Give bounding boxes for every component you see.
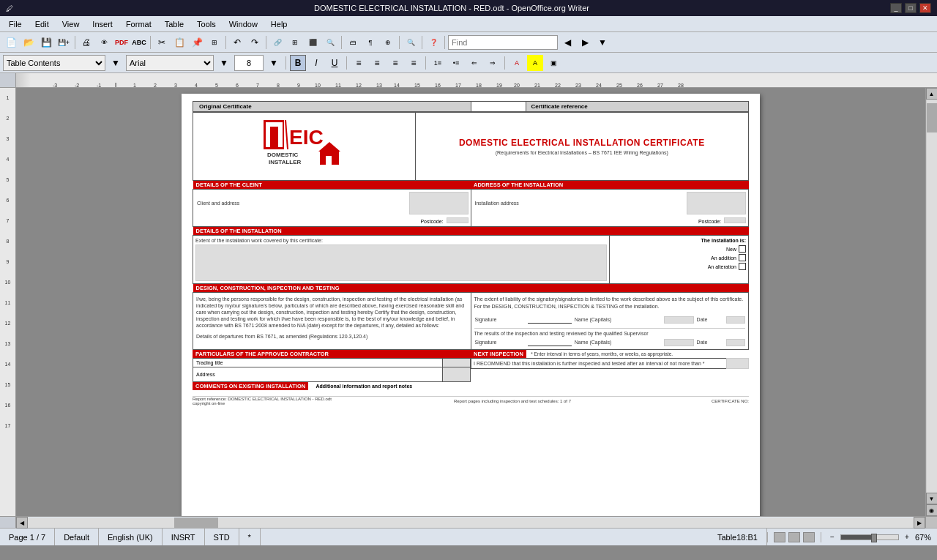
menu-file[interactable]: File [3, 18, 28, 30]
menu-help[interactable]: Help [265, 18, 294, 30]
find-nav-prev[interactable]: ◀ [559, 34, 575, 51]
interval-field[interactable] [727, 358, 749, 368]
nav-btn[interactable]: ⊕ [380, 34, 396, 51]
help-agent-btn[interactable]: ❓ [425, 34, 441, 51]
close-btn[interactable]: ✕ [919, 3, 931, 13]
scroll-track-h[interactable] [28, 518, 914, 528]
datasources-btn[interactable]: 🗃 [345, 34, 361, 51]
menu-format[interactable]: Format [120, 18, 157, 30]
trading-title-field[interactable] [443, 358, 471, 367]
find-nav-next[interactable]: ▶ [577, 34, 593, 51]
scroll-down-btn[interactable]: ▼ [926, 493, 938, 504]
pdf-btn[interactable]: PDF [113, 34, 130, 51]
open-btn[interactable]: 📂 [20, 34, 37, 51]
indent-more-btn[interactable]: ⇒ [485, 55, 501, 71]
view-print-btn[interactable] [803, 532, 815, 542]
char-bg-btn[interactable]: ▣ [545, 55, 561, 71]
find-input[interactable] [448, 35, 558, 50]
font-dropdown[interactable]: ▼ [216, 55, 232, 71]
view-web-btn[interactable] [788, 532, 800, 542]
svg-text:EIC: EIC [289, 126, 324, 149]
name-field2[interactable] [664, 339, 693, 346]
signature-field2[interactable] [528, 339, 572, 346]
bullets-btn[interactable]: •≡ [448, 55, 464, 71]
redo-btn[interactable]: ↷ [247, 34, 263, 51]
italic-btn[interactable]: I [308, 55, 324, 71]
hyperlink-btn[interactable]: 🔗 [269, 34, 285, 51]
clone-btn[interactable]: ⊞ [206, 34, 223, 51]
zoom-handle[interactable] [871, 534, 877, 542]
page-nav-btn[interactable]: ◉ [926, 504, 938, 516]
menu-edit[interactable]: Edit [29, 18, 55, 30]
print-btn[interactable]: 🖨 [78, 34, 94, 51]
signature-field1[interactable] [528, 316, 572, 323]
sep5 [341, 36, 342, 49]
postcode-field[interactable] [447, 217, 468, 223]
new-checkbox[interactable] [739, 245, 746, 253]
align-right-btn[interactable]: ≡ [387, 55, 403, 71]
table-btn[interactable]: ⊞ [287, 34, 303, 51]
scroll-left-btn[interactable]: ◀ [16, 517, 28, 529]
indent-less-btn[interactable]: ⇐ [466, 55, 482, 71]
show-draw-btn[interactable]: ⬛ [305, 34, 321, 51]
menu-tools[interactable]: Tools [191, 18, 222, 30]
spellcheck-btn[interactable]: ABC [131, 34, 147, 51]
align-left-btn[interactable]: ≡ [351, 55, 367, 71]
nonprint-btn[interactable]: ¶ [362, 34, 378, 51]
std-mode[interactable]: STD [205, 529, 239, 545]
extent-field[interactable] [195, 244, 607, 281]
fontsize-dropdown[interactable]: ▼ [266, 55, 282, 71]
undo-btn[interactable]: ↶ [229, 34, 245, 51]
style-selector[interactable]: Table Contents [3, 55, 105, 71]
vertical-scrollbar[interactable]: ▲ ▼ ◉ [925, 88, 937, 516]
find-options-btn[interactable]: ▼ [594, 34, 611, 51]
title-bar: 🖊 DOMESTIC ELECTRICAL INSTALLATION - RED… [0, 0, 937, 16]
date-field1[interactable] [727, 316, 745, 323]
alteration-checkbox[interactable] [739, 263, 746, 270]
name-field1[interactable] [664, 316, 693, 323]
menu-window[interactable]: Window [223, 18, 264, 30]
cut-btn[interactable]: ✂ [154, 34, 170, 51]
font-selector[interactable]: Arial [126, 55, 214, 71]
client-address-field[interactable] [409, 193, 468, 214]
scroll-up-btn[interactable]: ▲ [926, 88, 938, 100]
client-address-label: Client and address [195, 193, 409, 214]
scroll-right-btn[interactable]: ▶ [914, 517, 925, 529]
style-dropdown[interactable]: ▼ [108, 55, 124, 71]
font-color-btn[interactable]: A [509, 55, 525, 71]
menu-insert[interactable]: Insert [86, 18, 119, 30]
underline-btn[interactable]: U [326, 55, 343, 71]
scroll-thumb-v[interactable] [927, 103, 937, 132]
print-preview-btn[interactable]: 👁 [96, 34, 112, 51]
find-replace-btn[interactable]: 🔍 [322, 34, 338, 51]
minimize-btn[interactable]: _ [890, 3, 902, 13]
zoom-out-btn[interactable]: − [827, 532, 837, 542]
date-field2[interactable] [727, 339, 745, 346]
scroll-track-v[interactable] [927, 100, 937, 493]
menu-table[interactable]: Table [159, 18, 190, 30]
scroll-thumb-h[interactable] [174, 518, 218, 528]
zoom-in-btn[interactable]: 🔍 [403, 34, 419, 51]
save-btn[interactable]: 💾 [38, 34, 54, 51]
new-btn[interactable]: 📄 [3, 34, 19, 51]
view-normal-btn[interactable] [774, 532, 785, 542]
maximize-btn[interactable]: □ [905, 3, 917, 13]
document-area[interactable]: Original Certificate Certificate referen… [16, 88, 925, 516]
insert-mode[interactable]: INSRT [163, 529, 205, 545]
paste-btn[interactable]: 📌 [189, 34, 205, 51]
addition-checkbox[interactable] [739, 254, 746, 261]
highlight-btn[interactable]: A [527, 55, 543, 71]
align-center-btn[interactable]: ≡ [369, 55, 385, 71]
menu-view[interactable]: View [56, 18, 86, 30]
font-size-input[interactable] [234, 55, 264, 71]
zoom-in-status-btn[interactable]: + [902, 532, 912, 542]
address-contractor-field[interactable] [443, 367, 471, 381]
copy-btn[interactable]: 📋 [171, 34, 187, 51]
numbering-btn[interactable]: 1≡ [430, 55, 446, 71]
align-justify-btn[interactable]: ≡ [406, 55, 422, 71]
zoom-slider[interactable] [840, 534, 899, 540]
postcode2-field[interactable] [724, 217, 746, 223]
bold-btn[interactable]: B [290, 55, 306, 71]
save-as-btn[interactable]: 💾+ [56, 34, 72, 51]
installation-address-field[interactable] [687, 193, 746, 214]
